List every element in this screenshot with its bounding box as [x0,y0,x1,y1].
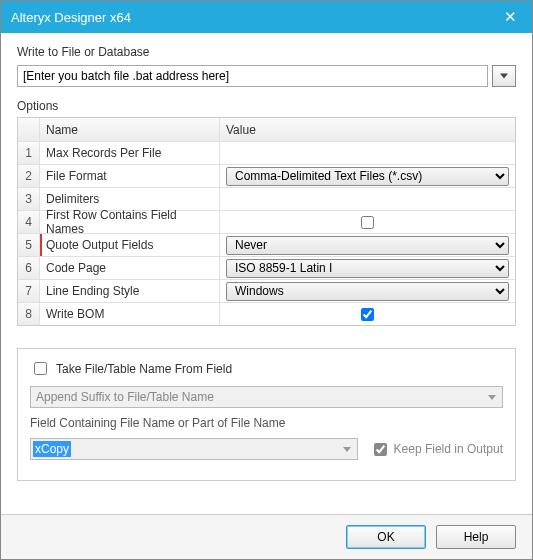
row-name: Write BOM [40,303,220,325]
dialog-body: Write to File or Database Options Name V… [1,33,532,514]
grid-header: Name Value [18,118,515,141]
table-row[interactable]: 1Max Records Per File [18,141,515,164]
keep-field-row: Keep Field in Output [370,440,503,459]
row-name: Delimiters [40,188,220,210]
row-name: Line Ending Style [40,280,220,302]
table-row[interactable]: 6Code PageISO 8859-1 Latin I [18,256,515,279]
take-name-row: Take File/Table Name From Field [30,359,503,378]
row-index: 7 [18,280,40,302]
options-section: Options Name Value 1Max Records Per File… [17,99,516,326]
help-button[interactable]: Help [436,525,516,549]
row-value: Never [220,234,515,256]
row-value [220,303,515,325]
row-index: 6 [18,257,40,279]
row-name: Code Page [40,257,220,279]
table-row[interactable]: 5Quote Output FieldsNever [18,233,515,256]
window-title: Alteryx Designer x64 [11,10,498,25]
table-row[interactable]: 7Line Ending StyleWindows [18,279,515,302]
append-mode-value: Append Suffix to File/Table Name [36,390,214,404]
row-index: 2 [18,165,40,187]
keep-field-label[interactable]: Keep Field in Output [394,442,503,456]
take-name-checkbox[interactable] [34,362,47,375]
row-value: ISO 8859-1 Latin I [220,257,515,279]
row-value-select[interactable]: Windows [226,282,509,301]
row-value [220,211,515,233]
keep-field-checkbox[interactable] [374,443,387,456]
ok-button[interactable]: OK [346,525,426,549]
row-value-checkbox[interactable] [361,308,374,321]
row-value-select[interactable]: Comma-Delimited Text Files (*.csv) [226,167,509,186]
row-value-checkbox[interactable] [361,216,374,229]
row-name: File Format [40,165,220,187]
row-name: Quote Output Fields [40,234,220,256]
chevron-down-icon [500,73,508,79]
header-value: Value [220,118,515,141]
row-value-select[interactable]: ISO 8859-1 Latin I [226,259,509,278]
header-index [18,118,40,141]
row-index: 5 [18,234,40,256]
row-value-select[interactable]: Never [226,236,509,255]
row-index: 3 [18,188,40,210]
field-row: xCopy Keep Field in Output [30,438,503,460]
file-path-input[interactable] [17,65,488,87]
dialog-footer: OK Help [1,514,532,559]
titlebar: Alteryx Designer x64 ✕ [1,1,532,33]
file-label: Write to File or Database [17,45,516,59]
header-name: Name [40,118,220,141]
dialog-window: Alteryx Designer x64 ✕ Write to File or … [0,0,533,560]
field-name-select[interactable]: xCopy [30,438,358,460]
row-name: Max Records Per File [40,142,220,164]
field-containing-label: Field Containing File Name or Part of Fi… [30,416,503,430]
append-mode-select[interactable]: Append Suffix to File/Table Name [30,386,503,408]
row-value: Windows [220,280,515,302]
file-browse-button[interactable] [492,65,516,87]
row-name: First Row Contains Field Names [40,211,220,233]
options-grid: Name Value 1Max Records Per File2File Fo… [17,117,516,326]
row-index: 8 [18,303,40,325]
table-row[interactable]: 8Write BOM [18,302,515,325]
row-index: 4 [18,211,40,233]
take-name-label[interactable]: Take File/Table Name From Field [56,362,232,376]
file-row [17,65,516,87]
row-value [220,188,515,210]
table-row[interactable]: 2File FormatComma-Delimited Text Files (… [18,164,515,187]
row-value: Comma-Delimited Text Files (*.csv) [220,165,515,187]
table-row[interactable]: 4First Row Contains Field Names [18,210,515,233]
row-index: 1 [18,142,40,164]
close-icon[interactable]: ✕ [498,8,522,26]
take-name-panel: Take File/Table Name From Field Append S… [17,348,516,481]
options-label: Options [17,99,516,113]
field-name-value: xCopy [33,441,71,457]
table-row[interactable]: 3Delimiters [18,187,515,210]
row-value [220,142,515,164]
